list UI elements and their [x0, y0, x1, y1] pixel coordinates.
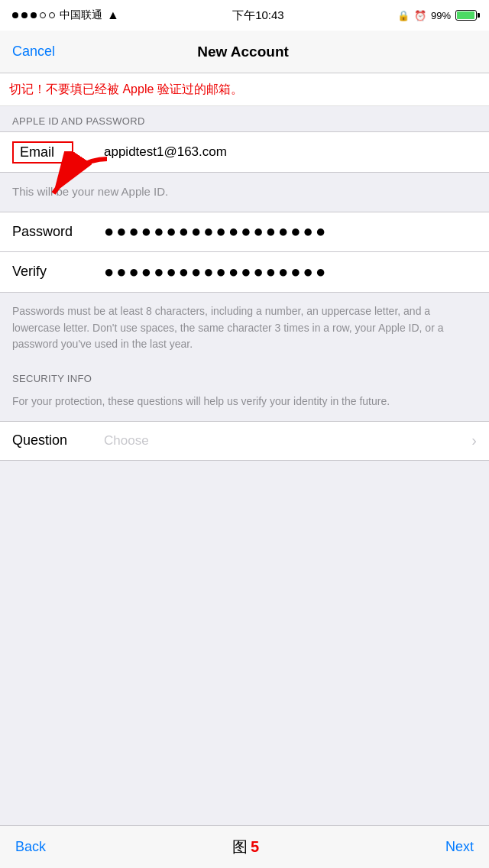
- page-title: New Account: [197, 44, 289, 60]
- battery-icon: [455, 10, 477, 21]
- status-time: 下午10:43: [232, 8, 284, 23]
- password-label: Password: [12, 224, 104, 240]
- nav-bar: Cancel New Account: [0, 31, 489, 73]
- warning-text: 切记！不要填已经被 Apple 验证过的邮箱。: [9, 81, 480, 98]
- security-section-label: SECURITY INFO: [0, 364, 489, 389]
- verify-dots: ●●●●●●●●●●●●●●●●●●: [104, 262, 477, 282]
- figure-label: 图5: [232, 837, 259, 857]
- carrier-name: 中国联通: [60, 8, 102, 22]
- status-left: 中国联通 ▲: [12, 8, 119, 22]
- verify-label: Verify: [12, 264, 104, 280]
- password-form-group: Password ●●●●●●●●●●●●●●●●●● Verify ●●●●●…: [0, 212, 489, 293]
- wifi-icon: ▲: [107, 8, 119, 22]
- chevron-right-icon: ›: [471, 432, 477, 449]
- dot4: [40, 12, 46, 18]
- question-label: Question: [12, 432, 104, 449]
- figure-number: 5: [251, 838, 259, 856]
- red-arrow-icon: [23, 151, 115, 205]
- back-button[interactable]: Back: [15, 839, 46, 855]
- bottom-toolbar: Back 图5 Next: [0, 825, 489, 868]
- signal-dots: [12, 12, 55, 18]
- bottom-spacer: [0, 461, 489, 514]
- question-row[interactable]: Question Choose ›: [0, 421, 489, 461]
- lock-icon: 🔒: [397, 10, 410, 21]
- verify-row[interactable]: Verify ●●●●●●●●●●●●●●●●●●: [0, 252, 489, 292]
- password-row[interactable]: Password ●●●●●●●●●●●●●●●●●●: [0, 212, 489, 252]
- question-value: Choose: [104, 433, 465, 449]
- battery-percent: 99%: [431, 10, 451, 21]
- dot3: [31, 12, 37, 18]
- warning-banner: 切记！不要填已经被 Apple 验证过的邮箱。: [0, 73, 489, 106]
- dot1: [12, 12, 18, 18]
- cancel-button[interactable]: Cancel: [12, 44, 55, 60]
- dot5: [49, 12, 55, 18]
- status-bar: 中国联通 ▲ 下午10:43 🔒 ⏰ 99%: [0, 0, 489, 31]
- battery-fill: [457, 11, 474, 19]
- password-dots: ●●●●●●●●●●●●●●●●●●: [104, 222, 477, 241]
- next-button[interactable]: Next: [445, 839, 474, 855]
- email-value[interactable]: appidtest1@163.com: [104, 144, 477, 160]
- apple-id-section-label: APPLE ID AND PASSWORD: [0, 106, 489, 131]
- figure-text: 图: [232, 837, 248, 857]
- dot2: [21, 12, 28, 18]
- status-right: 🔒 ⏰ 99%: [397, 10, 477, 21]
- password-hint: Passwords must be at least 8 characters,…: [0, 293, 489, 364]
- alarm-icon: ⏰: [414, 10, 426, 21]
- security-description: For your protection, these questions wil…: [0, 389, 489, 421]
